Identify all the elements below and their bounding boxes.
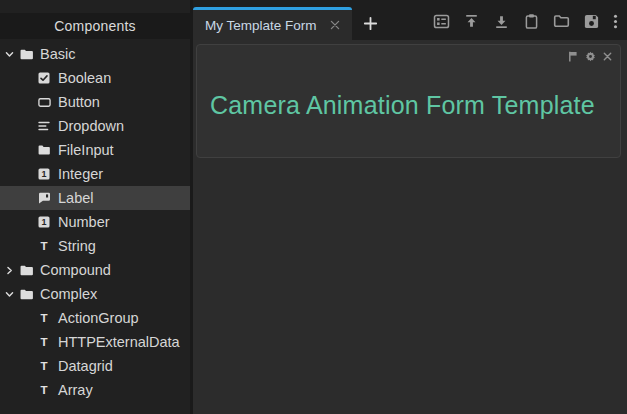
sidebar-item-button[interactable]: Button [0,90,190,114]
letter-t-icon: T [37,336,51,348]
save-icon [583,13,600,30]
number-1-icon: 1 [37,216,51,228]
widget-flag-button[interactable] [568,51,578,62]
sidebar-item-label: Array [58,382,93,398]
upload-icon [463,13,480,30]
flag-icon [568,51,578,62]
sidebar-item-label: Dropdown [58,118,124,134]
sidebar-item-label: Number [58,214,110,230]
tab-bar: My Template Form [193,0,627,40]
sidebar-item-label: ActionGroup [58,310,139,326]
toolbar [433,13,627,30]
sidebar-item-string[interactable]: TString [0,234,190,258]
sidebar-item-label: Button [58,94,100,110]
chevron-down-icon[interactable] [4,290,14,299]
sidebar-item-basic[interactable]: Basic [0,42,190,66]
svg-text:1: 1 [41,217,46,227]
sidebar-item-label: Complex [40,286,97,302]
app-window: Components BasicBooleanButtonDropdownFil… [0,0,627,414]
clipboard-icon [523,13,540,30]
layout-button[interactable] [433,13,450,30]
gear-icon [585,51,596,62]
tab-close-icon[interactable] [330,20,340,30]
letter-t-icon: T [37,384,51,396]
download-icon [493,13,510,30]
chevron-right-icon[interactable] [4,266,14,275]
button-icon [37,98,51,107]
sidebar-item-label: Label [58,190,93,206]
svg-text:T: T [40,384,47,396]
sidebar-item-label: Datagrid [58,358,113,374]
number-1-icon: 1 [37,168,51,180]
plus-icon [363,16,378,31]
tab-label: My Template Form [205,18,317,33]
kebab-menu-button[interactable] [613,13,618,30]
letter-t-icon: T [37,360,51,372]
sidebar-item-compound[interactable]: Compound [0,258,190,282]
close-icon [603,52,612,61]
sidebar-item-label: String [58,238,96,254]
clipboard-button[interactable] [523,13,540,30]
sidebar-title: Components [54,18,135,34]
sidebar-item-actiongroup[interactable]: TActionGroup [0,306,190,330]
add-tab-button[interactable] [363,16,378,31]
widget-title: Camera Animation Form Template [210,91,595,120]
sidebar-item-label: FileInput [58,142,114,158]
svg-text:T: T [40,312,47,324]
label-bubble-icon [37,192,51,204]
chevron-down-icon[interactable] [4,50,14,59]
sidebar-item-label: Compound [40,262,111,278]
folder-icon [19,265,33,276]
sidebar-item-boolean[interactable]: Boolean [0,66,190,90]
download-button[interactable] [493,13,510,30]
components-sidebar: Components BasicBooleanButtonDropdownFil… [0,0,190,414]
sidebar-item-httpexternaldata[interactable]: THTTPExternalData [0,330,190,354]
sidebar-item-integer[interactable]: 1Integer [0,162,190,186]
tab-my-template-form[interactable]: My Template Form [193,7,352,40]
widget-close-button[interactable] [603,52,612,61]
sidebar-item-dropdown[interactable]: Dropdown [0,114,190,138]
sidebar-item-label[interactable]: Label [0,186,190,210]
sidebar-item-label: Boolean [58,70,111,86]
sidebar-item-complex[interactable]: Complex [0,282,190,306]
folder-icon [19,49,33,60]
kebab-menu-icon [613,13,618,30]
folder-icon [19,289,33,300]
main-area: My Template Form Camera Animation Form T… [193,0,627,414]
folder-icon [553,13,570,30]
svg-text:1: 1 [41,169,46,179]
sidebar-header: Components [0,13,190,39]
sidebar-item-label: Integer [58,166,103,182]
sidebar-item-array[interactable]: TArray [0,378,190,402]
checkbox-icon [37,72,51,84]
svg-text:T: T [40,240,47,252]
widget-controls [568,51,612,62]
letter-t-icon: T [37,240,51,252]
form-canvas[interactable]: Camera Animation Form Template [193,40,627,414]
dropdown-icon [37,121,51,131]
svg-text:T: T [40,360,47,372]
folder-small-icon [37,145,51,155]
sidebar-item-label: Basic [40,46,75,62]
upload-button[interactable] [463,13,480,30]
save-button[interactable] [583,13,600,30]
components-tree: BasicBooleanButtonDropdownFileInput1Inte… [0,39,190,414]
label-widget-card[interactable]: Camera Animation Form Template [196,44,621,158]
sidebar-item-label: HTTPExternalData [58,334,180,350]
layout-icon [433,13,450,30]
svg-text:T: T [40,336,47,348]
sidebar-item-datagrid[interactable]: TDatagrid [0,354,190,378]
sidebar-item-number[interactable]: 1Number [0,210,190,234]
widget-gear-button[interactable] [585,51,596,62]
sidebar-item-fileinput[interactable]: FileInput [0,138,190,162]
folder-button[interactable] [553,13,570,30]
letter-t-icon: T [37,312,51,324]
